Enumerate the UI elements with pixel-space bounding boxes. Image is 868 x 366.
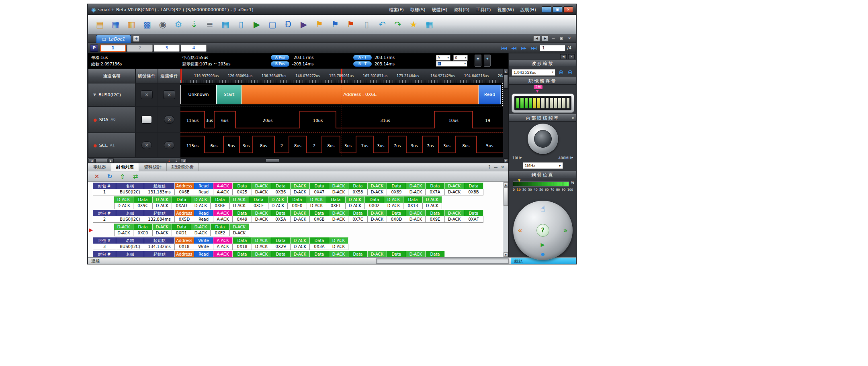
expander-icon[interactable]: » [572, 116, 574, 120]
favorites-icon[interactable]: ★ [407, 18, 420, 31]
bus-segment-start[interactable]: Start [217, 85, 242, 104]
bus-segment-unknown[interactable]: Unknown [180, 85, 217, 104]
packet-value-cell[interactable]: A-ACK [213, 244, 233, 250]
packet-value-cell[interactable]: 0X18 [233, 244, 252, 250]
packet-value-cell[interactable]: 0X7A [426, 189, 445, 195]
packet-value-cell[interactable]: 3 [93, 244, 116, 250]
packet-value-cell[interactable]: 0X6B [310, 216, 329, 223]
filter-condition-button[interactable]: ✕ [164, 116, 174, 124]
page-number-input[interactable]: 1 [540, 45, 565, 51]
packet-value-cell[interactable]: 0X18 [175, 244, 194, 250]
zoom-in-icon[interactable]: ⊕ [557, 69, 565, 76]
tools-icon[interactable]: ⚙ [172, 18, 185, 31]
close-button[interactable]: ✕ [563, 6, 573, 13]
goto-cursor-button[interactable]: ⇣ [173, 159, 180, 163]
packet-value-cell[interactable]: D-ACK [346, 203, 365, 209]
packet-value-cell[interactable]: 2 [93, 216, 116, 223]
b-pos-badge[interactable]: B Pos [271, 61, 289, 67]
packet-value-cell[interactable]: 0X36 [271, 189, 291, 195]
marker-select[interactable]: A▾ [436, 55, 450, 61]
scroll-right-button[interactable]: ▶ [108, 159, 114, 163]
a-pos-badge[interactable]: A Pos [271, 55, 289, 60]
packet-value-cell[interactable]: D-ACK [291, 244, 310, 250]
open-file-icon[interactable]: ▤ [94, 18, 106, 31]
packet-value-cell[interactable]: 0X47 [310, 189, 329, 195]
packet-value-cell[interactable]: 0XE2 [211, 230, 230, 236]
filter-condition-button[interactable]: ✕ [164, 141, 174, 149]
channel-select[interactable]: 0▾ [453, 55, 468, 61]
packet-value-cell[interactable]: D-ACK [153, 203, 172, 209]
filter-condition-button[interactable]: ✕ [163, 90, 175, 99]
menu-item[interactable]: 資料(D) [451, 6, 472, 14]
packet-value-cell[interactable]: 0X58 [348, 189, 368, 195]
video-icon[interactable]: ▶ [297, 18, 310, 31]
trigger-marker-icon[interactable]: ▼ [518, 179, 520, 182]
bottom-tab[interactable]: 記憶體分析 [167, 163, 199, 171]
page-marker-button[interactable]: P [90, 45, 98, 52]
channel-row[interactable]: ●SCLA1✕✕ [88, 133, 180, 158]
panel-help-button[interactable]: ? [488, 165, 490, 169]
restore-button[interactable]: ▣ [553, 6, 562, 13]
packet-value-cell[interactable]: 0X6E [175, 189, 194, 195]
packet-value-cell[interactable]: 0X5A [271, 216, 291, 223]
packet-value-row[interactable]: 2BUS0(I2C)132.884ms0X5DReadA-ACK0X49D-AC… [93, 216, 483, 223]
wave-scroll-left-button[interactable]: ◀ [181, 159, 186, 163]
menu-item[interactable]: 說明(H) [518, 6, 539, 14]
panel-grid-icon[interactable]: ▦ [423, 18, 436, 31]
page-button[interactable]: 3 [154, 45, 180, 52]
wave-scroll-thumb[interactable] [266, 159, 279, 163]
doc-restore-button[interactable]: ▣ [558, 36, 565, 41]
packet-value-cell[interactable]: 0X9E [426, 216, 445, 223]
pan-right-icon[interactable]: » [563, 226, 568, 234]
packet-value-cell[interactable]: Read [194, 216, 213, 223]
bottom-tab[interactable]: 資料統計 [139, 163, 167, 171]
packet-value-cell[interactable]: D-ACK [291, 189, 310, 195]
packet-value-cell[interactable]: D-ACK [406, 216, 426, 223]
packet-value-cell[interactable]: D-ACK [445, 216, 464, 223]
channel-name[interactable]: ●SCLA1 [88, 133, 135, 158]
search-back-icon[interactable]: ↶ [376, 18, 389, 31]
packet-value-cell[interactable]: D-ACK [252, 244, 271, 250]
shuffle-icon[interactable]: ⇄ [131, 173, 139, 181]
marker-lamp-a-button[interactable]: ✦ [475, 55, 481, 67]
packet-value-cell[interactable]: 0X69 [387, 189, 406, 195]
packet-value-row[interactable]: D-ACK0XC0D-ACK0XD1D-ACK0XE2D-ACK [114, 230, 483, 236]
scroll-thumb[interactable] [95, 159, 107, 163]
packet-value-cell[interactable]: A-ACK [213, 216, 233, 223]
refresh-icon[interactable]: ↻ [106, 173, 114, 181]
packet-value-row[interactable]: 1BUS0(I2C)131.183ms0X6EReadA-ACK0X25D-AC… [93, 189, 483, 195]
last-page-button[interactable]: ▶▶| [529, 45, 538, 51]
b-t-badge[interactable]: B - T [353, 61, 372, 67]
packet-value-cell[interactable]: D-ACK [268, 203, 288, 209]
packet-value-cell[interactable]: 0XC0 [133, 230, 153, 236]
bottom-tab[interactable]: 封包列表 [111, 163, 139, 171]
fast-next-button[interactable]: ▶▶ [519, 45, 528, 51]
waveform-area[interactable]: 116.937905us126.650694us136.363483us146.… [180, 69, 503, 163]
wave-vscroll-thumb[interactable] [504, 74, 508, 89]
channel-name[interactable]: ●SDAA0 [88, 106, 135, 133]
page-button[interactable]: 2 [127, 45, 153, 52]
goto-trigger-button[interactable]: ⇣ [166, 159, 172, 163]
nav-play-icon[interactable]: ▶ [541, 242, 545, 248]
bus-segment-read[interactable]: Read [479, 85, 501, 104]
device-icon[interactable]: ▯ [360, 18, 373, 31]
menu-item[interactable]: 工具(T) [473, 6, 493, 14]
frequency-select[interactable]: 1MHz ▾ [523, 162, 563, 169]
doc-minimize-button[interactable]: — [550, 36, 557, 41]
packet-value-cell[interactable]: 0X29 [271, 244, 291, 250]
export-icon[interactable]: ⇧ [119, 173, 127, 181]
bus-segment-address[interactable]: Address : 0X6E [242, 85, 479, 104]
packet-value-cell[interactable]: A-ACK [213, 189, 233, 195]
table-scroll-thumb[interactable] [504, 187, 508, 206]
packet-value-cell[interactable]: D-ACK [329, 216, 348, 223]
trigger-position-bar[interactable]: ▼ [513, 181, 569, 187]
packet-value-cell[interactable]: BUS0(I2C) [116, 244, 144, 250]
packet-value-cell[interactable]: 0X9C [133, 203, 153, 209]
packet-value-cell[interactable]: 0X7C [348, 216, 368, 223]
panel-minimize-button[interactable]: — [494, 165, 498, 169]
packet-value-cell[interactable]: D-ACK [230, 203, 249, 209]
packet-value-cell[interactable]: D-ACK [368, 216, 387, 223]
packet-value-cell[interactable]: D-ACK [329, 189, 348, 195]
page-button[interactable]: 1 [100, 45, 126, 52]
packet-value-cell[interactable]: 0X02 [365, 203, 384, 209]
